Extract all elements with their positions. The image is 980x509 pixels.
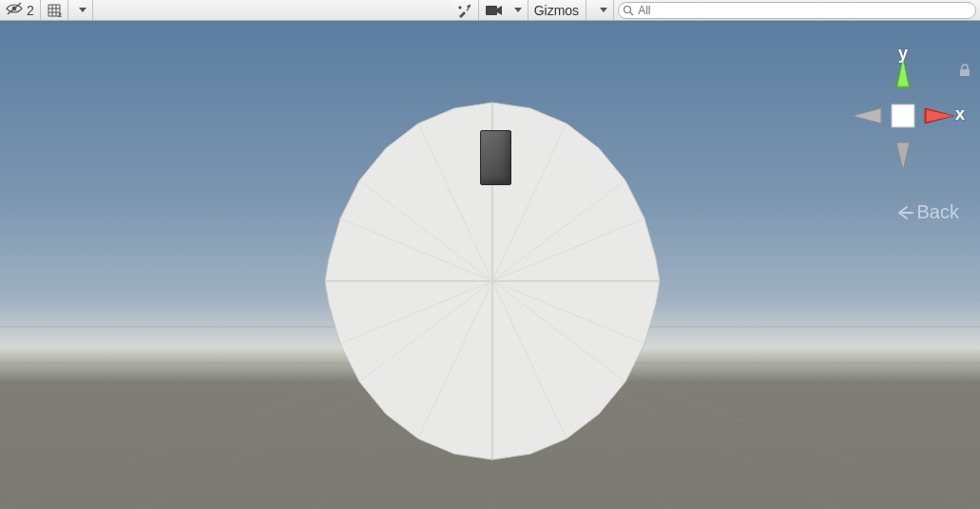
svg-rect-34 [892, 104, 914, 127]
gizmos-group: Gizmos [528, 0, 614, 20]
tools-button[interactable] [452, 0, 479, 20]
hidden-count-label: 2 [27, 3, 34, 18]
grid-snap-dropdown[interactable] [72, 0, 90, 20]
camera-icon [485, 4, 504, 17]
chevron-down-icon [514, 8, 522, 12]
svg-point-12 [625, 6, 631, 12]
scene-toolbar: 2 z [0, 0, 980, 21]
tools-icon [457, 3, 472, 18]
back-arrow-icon [896, 205, 913, 220]
toolbar-divider [67, 0, 68, 20]
back-button[interactable]: Back [896, 201, 959, 223]
gizmos-label: Gizmos [534, 3, 579, 18]
orientation-gizmo[interactable]: y x [841, 49, 965, 211]
hidden-objects-button[interactable]: 2 [0, 0, 41, 20]
scene-search-input[interactable] [618, 2, 976, 19]
search-icon [623, 5, 634, 16]
toolbar-divider [586, 0, 586, 20]
scene-viewport[interactable]: y x Back [0, 21, 980, 509]
grid-snap-button[interactable]: z [47, 0, 64, 20]
toolbar-spacer [93, 0, 452, 20]
grid-snap-group: z [41, 0, 93, 20]
gizmos-dropdown[interactable] [593, 0, 611, 20]
scene-cube-object[interactable] [480, 130, 511, 185]
svg-text:z: z [58, 10, 62, 18]
camera-dropdown[interactable] [508, 0, 526, 20]
search-field[interactable] [638, 3, 970, 17]
chevron-down-icon [600, 8, 607, 12]
grid-icon: z [47, 3, 64, 18]
back-label: Back [917, 201, 959, 223]
svg-marker-40 [896, 142, 910, 171]
svg-rect-11 [486, 6, 497, 15]
gizmo-x-label: x [955, 104, 965, 124]
svg-marker-39 [853, 108, 881, 123]
search-container [614, 0, 980, 20]
visibility-off-icon [6, 2, 23, 18]
chevron-down-icon [79, 8, 86, 12]
gizmos-toggle[interactable]: Gizmos [534, 0, 579, 20]
svg-line-13 [630, 12, 633, 15]
camera-button[interactable] [485, 0, 504, 20]
gizmo-y-label: y [898, 44, 908, 64]
camera-group [479, 0, 528, 20]
